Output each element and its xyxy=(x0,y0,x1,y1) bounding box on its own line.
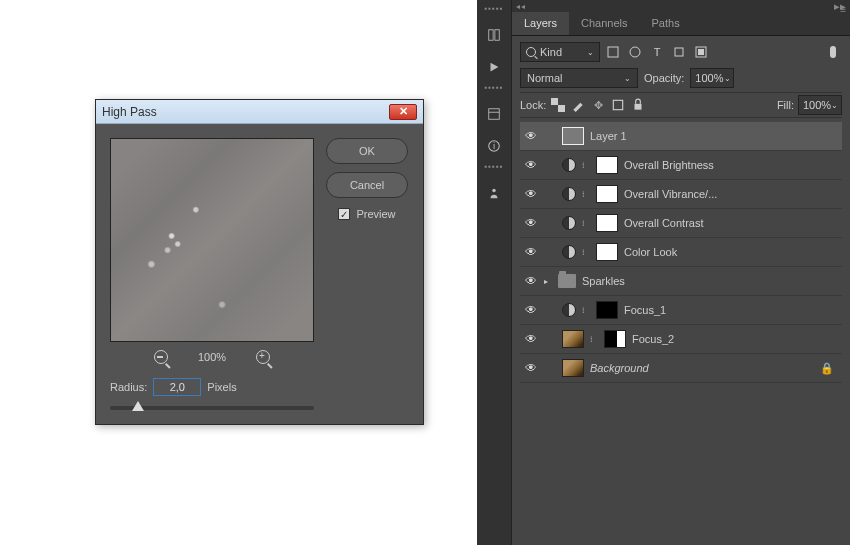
layer-mask[interactable] xyxy=(604,330,626,348)
lock-label: Lock: xyxy=(520,99,546,111)
layer-mask[interactable] xyxy=(596,185,618,203)
visibility-icon[interactable]: 👁 xyxy=(524,158,538,172)
layer-row[interactable]: 👁 ▸ Sparkles xyxy=(520,267,842,296)
panel-menu-icon[interactable]: ≡ xyxy=(840,4,846,15)
radius-label: Radius: xyxy=(110,381,147,393)
chevron-down-icon: ⌄ xyxy=(724,74,731,83)
close-icon[interactable]: ✕ xyxy=(389,104,417,120)
lock-artboard-icon[interactable] xyxy=(610,97,626,113)
filter-smart-icon[interactable] xyxy=(692,43,710,61)
layer-list: 👁 Layer 1 👁 ⁞ Overall Brightness 👁 xyxy=(520,122,842,383)
zoom-controls: 100% xyxy=(110,350,314,364)
layer-thumb[interactable] xyxy=(562,127,584,145)
layer-row[interactable]: 👁 ⁞ Overall Contrast xyxy=(520,209,842,238)
visibility-icon[interactable]: 👁 xyxy=(524,216,538,230)
tab-layers[interactable]: Layers xyxy=(512,12,569,35)
opacity-input[interactable]: 100% ⌄ xyxy=(690,68,734,88)
layer-name[interactable]: Color Look xyxy=(624,246,838,258)
link-icon[interactable]: ⁞ xyxy=(582,248,590,256)
filter-pixel-icon[interactable] xyxy=(604,43,622,61)
zoom-in-icon[interactable] xyxy=(256,350,270,364)
layer-name[interactable]: Layer 1 xyxy=(590,130,838,142)
filter-row: Kind ⌄ T xyxy=(520,42,842,62)
grip-icon[interactable]: ◂◂ xyxy=(516,2,526,11)
zoom-level: 100% xyxy=(198,351,226,363)
link-icon[interactable]: ⁞ xyxy=(582,161,590,169)
visibility-icon[interactable]: 👁 xyxy=(524,129,538,143)
layer-mask[interactable] xyxy=(596,214,618,232)
grip-icon[interactable]: ▪▪▪▪▪ xyxy=(484,4,503,13)
layer-name[interactable]: Background xyxy=(590,362,814,374)
filter-shape-icon[interactable] xyxy=(670,43,688,61)
layer-thumb[interactable] xyxy=(562,359,584,377)
layers-panel: Kind ⌄ T Normal ⌄ Opacity: 100% ⌄ xyxy=(512,36,850,545)
svg-rect-14 xyxy=(551,98,558,105)
dialog-titlebar[interactable]: High Pass ✕ xyxy=(96,100,423,124)
visibility-icon[interactable]: 👁 xyxy=(524,187,538,201)
zoom-out-icon[interactable] xyxy=(154,350,168,364)
properties-icon[interactable] xyxy=(482,102,506,126)
visibility-icon[interactable]: 👁 xyxy=(524,245,538,259)
fill-input[interactable]: 100% ⌄ xyxy=(798,95,842,115)
lock-brush-icon[interactable] xyxy=(570,97,586,113)
lock-row: Lock: ✥ Fill: 100% ⌄ xyxy=(520,92,842,118)
lock-all-icon[interactable] xyxy=(630,97,646,113)
filter-adjust-icon[interactable] xyxy=(626,43,644,61)
history-icon[interactable] xyxy=(482,23,506,47)
layer-row[interactable]: 👁 Layer 1 xyxy=(520,122,842,151)
ok-button[interactable]: OK xyxy=(326,138,408,164)
link-icon[interactable]: ⁞ xyxy=(590,335,598,343)
visibility-icon[interactable]: 👁 xyxy=(524,332,538,346)
layer-thumb[interactable] xyxy=(562,330,584,348)
adjustment-icon xyxy=(562,245,576,259)
tab-paths[interactable]: Paths xyxy=(640,12,692,35)
preview-label: Preview xyxy=(356,208,395,220)
radius-slider[interactable] xyxy=(110,406,314,410)
cancel-button[interactable]: Cancel xyxy=(326,172,408,198)
link-icon[interactable]: ⁞ xyxy=(582,190,590,198)
layer-name[interactable]: Overall Brightness xyxy=(624,159,838,171)
search-icon xyxy=(526,47,536,57)
layer-row[interactable]: 👁 ⁞ Color Look xyxy=(520,238,842,267)
layer-name[interactable]: Sparkles xyxy=(582,275,838,287)
preview-checkbox[interactable]: ✓ xyxy=(338,208,350,220)
kind-select[interactable]: Kind ⌄ xyxy=(520,42,600,62)
layer-row[interactable]: 👁 ⁞ Focus_1 xyxy=(520,296,842,325)
radius-input[interactable] xyxy=(153,378,201,396)
blend-row: Normal ⌄ Opacity: 100% ⌄ xyxy=(520,68,842,88)
visibility-icon[interactable]: 👁 xyxy=(524,274,538,288)
filter-type-icon[interactable]: T xyxy=(648,43,666,61)
layer-row[interactable]: 👁 ⁞ Overall Brightness xyxy=(520,151,842,180)
visibility-icon[interactable]: 👁 xyxy=(524,303,538,317)
blend-mode-select[interactable]: Normal ⌄ xyxy=(520,68,638,88)
lock-transparency-icon[interactable] xyxy=(550,97,566,113)
layer-name[interactable]: Focus_1 xyxy=(624,304,838,316)
info-icon[interactable]: i xyxy=(482,134,506,158)
expand-arrow-icon[interactable]: ▸ xyxy=(544,277,552,286)
lock-position-icon[interactable]: ✥ xyxy=(590,97,606,113)
layer-row[interactable]: 👁 ⁞ Overall Vibrance/... xyxy=(520,180,842,209)
actions-icon[interactable] xyxy=(482,55,506,79)
layer-mask[interactable] xyxy=(596,156,618,174)
layer-name[interactable]: Overall Contrast xyxy=(624,217,838,229)
adjustment-icon xyxy=(562,158,576,172)
layer-mask[interactable] xyxy=(596,301,618,319)
link-icon[interactable]: ⁞ xyxy=(582,219,590,227)
visibility-icon[interactable]: 👁 xyxy=(524,361,538,375)
layer-row[interactable]: 👁 Background 🔒 xyxy=(520,354,842,383)
grip-icon[interactable]: ▪▪▪▪▪ xyxy=(484,162,503,171)
grip-icon[interactable]: ▪▪▪▪▪ xyxy=(484,83,503,92)
radius-unit: Pixels xyxy=(207,381,236,393)
layer-row[interactable]: 👁 ⁞ Focus_2 xyxy=(520,325,842,354)
tab-channels[interactable]: Channels xyxy=(569,12,639,35)
adjustment-icon xyxy=(562,216,576,230)
preview-checkbox-row: ✓ Preview xyxy=(338,208,395,220)
svg-marker-2 xyxy=(491,63,499,72)
character-icon[interactable] xyxy=(482,181,506,205)
layer-name[interactable]: Overall Vibrance/... xyxy=(624,188,838,200)
layer-mask[interactable] xyxy=(596,243,618,261)
link-icon[interactable]: ⁞ xyxy=(582,306,590,314)
layer-name[interactable]: Focus_2 xyxy=(632,333,838,345)
filter-toggle-icon[interactable] xyxy=(824,43,842,61)
preview-image[interactable] xyxy=(110,138,314,342)
